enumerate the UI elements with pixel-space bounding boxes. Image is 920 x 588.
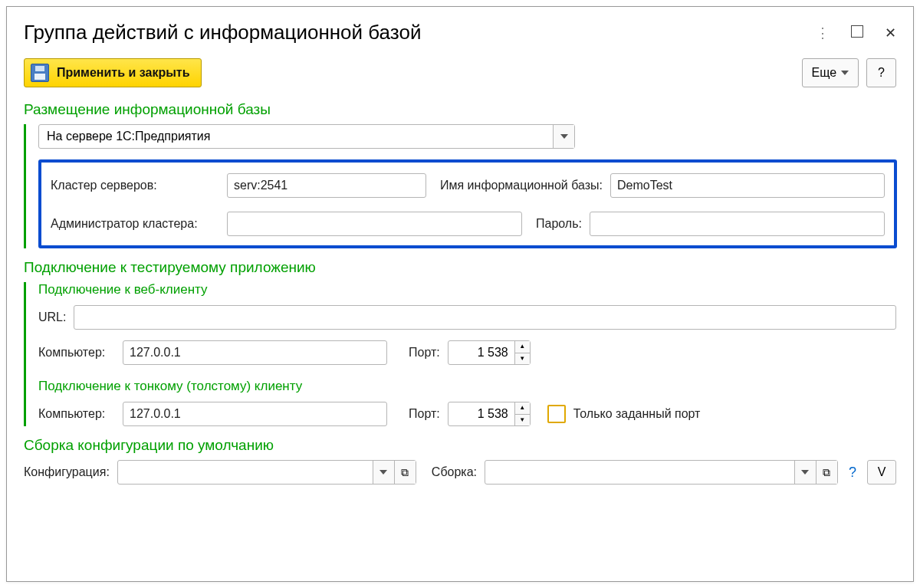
- help-button-label: ?: [878, 66, 885, 80]
- menu-icon[interactable]: ⋮: [816, 26, 830, 40]
- fixed-port-label: Только заданный порт: [573, 407, 701, 421]
- thin-computer-input[interactable]: [123, 402, 387, 426]
- web-computer-input[interactable]: [123, 340, 387, 365]
- chevron-down-icon: [841, 71, 849, 75]
- build-row: Конфигурация: ⧉ Сборка: ⧉ ? V: [24, 460, 896, 485]
- config-input[interactable]: [118, 461, 373, 484]
- version-button-label: V: [878, 465, 886, 479]
- section-connection: Подключение к веб-клиенту URL: Компьютер…: [24, 282, 896, 426]
- config-open-button[interactable]: ⧉: [394, 461, 416, 484]
- thin-client-heading: Подключение к тонкому (толстому) клиенту: [38, 379, 896, 394]
- section-build-heading: Сборка конфигурации по умолчанию: [24, 437, 896, 454]
- chevron-down-icon: [380, 470, 387, 475]
- thin-port-input[interactable]: [449, 402, 514, 425]
- fixed-port-checkbox[interactable]: [547, 405, 566, 423]
- config-dropdown-button[interactable]: [373, 461, 394, 484]
- cluster-label: Кластер серверов:: [51, 179, 219, 192]
- placement-mode-value: На сервере 1С:Предприятия: [39, 125, 553, 148]
- password-label: Пароль:: [536, 217, 582, 231]
- spinner-controls: ▲ ▼: [514, 402, 530, 425]
- web-port-spinner[interactable]: ▲ ▼: [448, 340, 531, 365]
- placement-mode-combo[interactable]: На сервере 1С:Предприятия: [38, 124, 575, 149]
- cluster-admin-input[interactable]: [227, 212, 522, 236]
- apply-button-label: Применить и закрыть: [57, 66, 190, 80]
- close-button[interactable]: ✕: [885, 26, 896, 40]
- assembly-input[interactable]: [485, 461, 794, 484]
- thin-computer-label: Компьютер:: [38, 407, 115, 421]
- spinner-controls: ▲ ▼: [514, 341, 530, 364]
- spin-up-button[interactable]: ▲: [515, 402, 530, 415]
- url-input[interactable]: [74, 305, 896, 330]
- config-combo[interactable]: ⧉: [117, 460, 416, 485]
- version-button[interactable]: V: [867, 460, 896, 485]
- section-placement-heading: Размещение информационной базы: [24, 101, 896, 118]
- dbname-label: Имя информационной базы:: [440, 179, 603, 192]
- help-button[interactable]: ?: [866, 58, 896, 87]
- dbname-input[interactable]: [610, 173, 885, 198]
- window: Группа действий с информационной базой ⋮…: [6, 6, 914, 582]
- web-port-label: Порт:: [409, 346, 440, 360]
- cluster-input[interactable]: [227, 173, 426, 198]
- toolbar: Применить и закрыть Еще ?: [24, 58, 896, 87]
- section-connection-heading: Подключение к тестируемому приложению: [24, 259, 896, 276]
- thin-port-spinner[interactable]: ▲ ▼: [448, 402, 531, 426]
- spin-down-button[interactable]: ▼: [515, 415, 530, 426]
- chevron-down-icon: [560, 134, 568, 139]
- thin-port-label: Порт:: [409, 407, 440, 421]
- config-label: Конфигурация:: [24, 465, 110, 479]
- assembly-label: Сборка:: [432, 465, 477, 479]
- chevron-down-icon: [801, 470, 809, 475]
- assembly-combo[interactable]: ⧉: [485, 460, 838, 485]
- save-icon: [31, 64, 49, 82]
- assembly-open-button[interactable]: ⧉: [816, 461, 837, 484]
- window-title: Группа действий с информационной базой: [24, 21, 421, 44]
- window-controls: ⋮ ✕: [816, 25, 896, 40]
- cluster-admin-label: Администратор кластера:: [51, 217, 219, 231]
- spin-down-button[interactable]: ▼: [515, 353, 530, 365]
- spin-up-button[interactable]: ▲: [515, 341, 530, 353]
- section-placement: На сервере 1С:Предприятия Кластер сервер…: [24, 124, 896, 248]
- web-computer-label: Компьютер:: [38, 346, 115, 360]
- more-button-label: Еще: [812, 66, 837, 80]
- maximize-button[interactable]: [851, 25, 863, 40]
- server-params-highlight: Кластер серверов: Имя информационной баз…: [38, 159, 897, 248]
- password-input[interactable]: [590, 212, 885, 236]
- web-client-heading: Подключение к веб-клиенту: [38, 282, 896, 297]
- web-port-input[interactable]: [449, 341, 514, 364]
- titlebar: Группа действий с информационной базой ⋮…: [24, 21, 896, 44]
- more-button[interactable]: Еще: [802, 58, 859, 87]
- toolbar-right: Еще ?: [802, 58, 896, 87]
- url-label: URL:: [38, 310, 66, 324]
- apply-and-close-button[interactable]: Применить и закрыть: [24, 58, 202, 87]
- assembly-dropdown-button[interactable]: [794, 461, 816, 484]
- assembly-help-link[interactable]: ?: [846, 465, 859, 481]
- placement-mode-dropdown-button[interactable]: [553, 125, 574, 148]
